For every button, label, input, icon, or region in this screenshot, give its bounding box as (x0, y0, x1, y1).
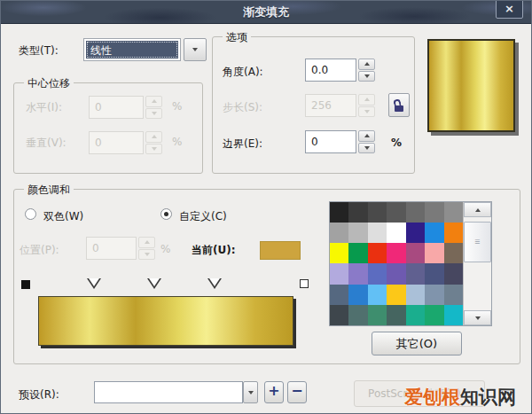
angle-label: 角度(A): (223, 65, 263, 80)
palette-swatch[interactable] (368, 263, 387, 284)
angle-input[interactable]: 0.0 (305, 59, 356, 82)
horizontal-label: 水平(I): (26, 100, 62, 115)
palette-swatch[interactable] (368, 202, 387, 223)
close-button[interactable]: × (496, 0, 523, 19)
steps-label: 步长(S): (223, 100, 262, 115)
palette-swatch[interactable] (406, 223, 425, 243)
vertical-spin-up[interactable] (145, 131, 162, 143)
position-input[interactable]: 0 (86, 237, 137, 260)
unlock-icon (394, 99, 405, 112)
position-spin-up[interactable] (138, 237, 155, 248)
horizontal-spin-down[interactable] (145, 108, 162, 120)
palette-swatch[interactable] (348, 243, 367, 263)
vertical-spinner: 0 (89, 131, 162, 154)
palette-swatch[interactable] (348, 285, 367, 305)
palette-swatch[interactable] (368, 285, 387, 305)
palette-swatch[interactable] (368, 223, 387, 243)
palette-swatch[interactable] (330, 223, 348, 243)
palette-swatch[interactable] (368, 305, 387, 325)
edge-spin-up[interactable] (358, 130, 375, 142)
scroll-down-icon (475, 316, 481, 320)
palette-swatch[interactable] (330, 305, 348, 325)
spin-up-icon (145, 240, 150, 244)
steps-input[interactable]: 256 (305, 94, 356, 117)
vertical-percent: % (172, 136, 182, 148)
custom-radio[interactable] (160, 208, 172, 220)
gradient-preview (427, 39, 515, 132)
palette-swatch[interactable] (387, 285, 405, 305)
current-label: 当前(U): (192, 243, 236, 258)
scrollbar-thumb[interactable]: ☰ (464, 222, 491, 262)
chevron-down-icon (192, 48, 198, 51)
palette-swatch[interactable] (387, 263, 405, 284)
preset-add-button[interactable]: + (264, 381, 284, 403)
horizontal-spin-up[interactable] (145, 96, 162, 107)
palette-swatch[interactable] (444, 285, 463, 305)
steps-spin-up[interactable] (358, 94, 375, 105)
title-bar[interactable]: 渐变填充 (1, 1, 531, 24)
steps-spin-down[interactable] (358, 106, 375, 118)
palette-swatch[interactable] (425, 263, 443, 284)
vertical-spin-down[interactable] (145, 144, 162, 155)
presets-combobox[interactable] (94, 381, 243, 403)
palette-swatch[interactable] (425, 305, 443, 325)
palette-swatch[interactable] (387, 223, 405, 243)
spin-up-icon (364, 98, 370, 101)
preset-remove-button[interactable]: − (287, 381, 307, 403)
palette-swatch[interactable] (330, 285, 348, 305)
gradient-start-marker[interactable] (21, 280, 30, 289)
palette-swatch[interactable] (406, 243, 425, 263)
palette-swatch[interactable] (444, 202, 463, 223)
type-combobox[interactable]: 线性 (83, 38, 181, 61)
palette-swatch[interactable] (425, 202, 443, 223)
angle-spin-up[interactable] (358, 59, 375, 70)
current-color-swatch[interactable] (260, 241, 301, 260)
palette-swatch[interactable] (368, 243, 387, 263)
palette-swatch[interactable] (406, 202, 425, 223)
gradient-stop-triangle[interactable] (147, 278, 161, 289)
edge-input[interactable]: 0 (305, 130, 356, 153)
type-dropdown-button[interactable] (184, 38, 207, 61)
palette-swatch[interactable] (425, 285, 443, 305)
presets-label: 预设(R): (19, 387, 59, 402)
palette-swatch[interactable] (387, 202, 405, 223)
palette-swatch[interactable] (348, 202, 367, 223)
palette-swatch[interactable] (444, 305, 463, 325)
position-spin-down[interactable] (138, 249, 155, 261)
steps-lock-button[interactable] (388, 93, 410, 117)
presets-dropdown-button[interactable] (243, 381, 258, 403)
palette-swatch[interactable] (348, 263, 367, 284)
edge-percent: % (391, 137, 402, 149)
palette-swatch[interactable] (387, 243, 405, 263)
horizontal-input[interactable]: 0 (89, 96, 144, 119)
two-color-radio[interactable] (25, 208, 36, 220)
palette-swatch[interactable] (444, 223, 463, 243)
palette-swatch[interactable] (330, 202, 348, 223)
spin-up-icon (152, 99, 157, 103)
vertical-input[interactable]: 0 (89, 131, 144, 154)
palette-swatch[interactable] (406, 285, 425, 305)
angle-spin-down[interactable] (358, 71, 375, 82)
stop-markers (38, 278, 293, 291)
other-color-button[interactable]: 其它(O) (372, 332, 462, 355)
gradient-stop-triangle[interactable] (87, 278, 101, 289)
edge-spin-down[interactable] (358, 143, 375, 154)
palette-swatch[interactable] (406, 305, 425, 325)
palette-scrollbar[interactable]: ☰ (463, 202, 491, 325)
scroll-down-button[interactable] (464, 310, 491, 325)
palette-swatch[interactable] (425, 243, 443, 263)
gradient-stop-triangle[interactable] (207, 278, 222, 289)
palette-swatch[interactable] (330, 263, 348, 284)
palette-swatch[interactable] (348, 305, 367, 325)
palette-swatch[interactable] (444, 263, 463, 284)
palette-swatch[interactable] (425, 223, 443, 243)
palette-swatch[interactable] (330, 243, 348, 263)
scroll-up-button[interactable] (464, 202, 491, 217)
edge-label: 边界(E): (223, 137, 262, 152)
gradient-strip[interactable] (38, 296, 293, 346)
palette-swatch[interactable] (406, 263, 425, 284)
palette-swatch[interactable] (387, 305, 405, 325)
palette-swatch[interactable] (444, 243, 463, 263)
palette-swatch[interactable] (348, 223, 367, 243)
gradient-end-marker[interactable] (300, 279, 309, 288)
